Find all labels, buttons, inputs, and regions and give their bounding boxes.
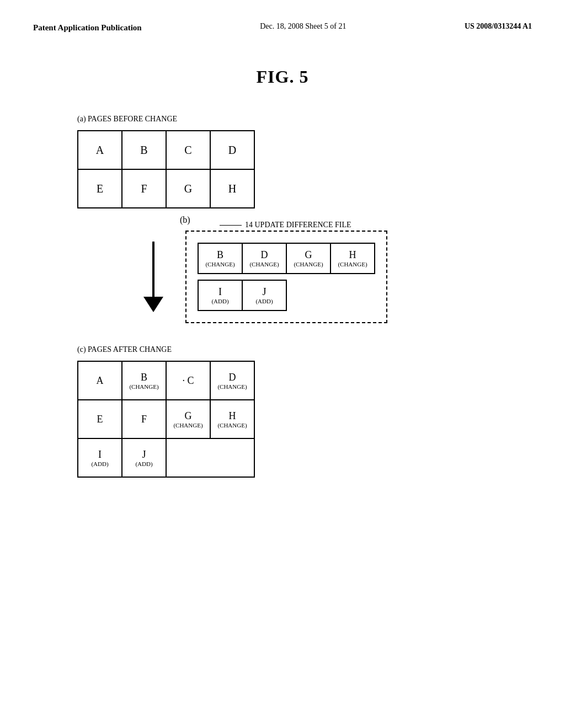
table-cell: I(ADD) — [78, 438, 122, 477]
header-publication-type: Patent Application Publication — [33, 22, 142, 34]
table-cell: F — [122, 400, 166, 438]
table-cell: H(CHANGE) — [210, 400, 254, 438]
label-line — [220, 225, 242, 226]
table-cell: G — [166, 169, 210, 208]
arrow-down — [143, 242, 163, 312]
table-cell: J(ADD) — [242, 280, 286, 311]
table-cell: F — [122, 169, 166, 208]
table-cell: D(CHANGE) — [210, 361, 254, 400]
empty-cell — [166, 438, 210, 477]
table-cell: E — [78, 169, 122, 208]
table-cell: D — [210, 131, 254, 169]
update-file-label: 14 UPDATE DIFFERENCE FILE — [220, 221, 351, 229]
section-a-table: ABCDEFGH — [77, 130, 255, 208]
section-b-content: (b) 14 UPDATE DIFFERENCE FILE B(CHANGE)D… — [185, 231, 387, 323]
header-date-sheet: Dec. 18, 2008 Sheet 5 of 21 — [260, 22, 346, 31]
page-header: Patent Application Publication Dec. 18, … — [33, 22, 532, 34]
section-c-label: (c) PAGES AFTER CHANGE — [77, 345, 532, 354]
section-c-table: AB(CHANGE)· CD(CHANGE)EFG(CHANGE)H(CHANG… — [77, 361, 255, 478]
table-cell: H(CHANGE) — [331, 243, 375, 274]
table-cell: B(CHANGE) — [122, 361, 166, 400]
section-a-label: (a) PAGES BEFORE CHANGE — [77, 115, 532, 124]
figure-title: FIG. 5 — [33, 67, 532, 87]
table-cell: D(CHANGE) — [242, 243, 286, 274]
section-a: (a) PAGES BEFORE CHANGE ABCDEFGH — [77, 115, 532, 208]
table-cell: B(CHANGE) — [198, 243, 242, 274]
section-b-label: (b) — [180, 215, 190, 225]
update-file-text: 14 UPDATE DIFFERENCE FILE — [245, 221, 351, 229]
table-cell: G(CHANGE) — [166, 400, 210, 438]
arrow-line — [152, 242, 154, 297]
table-cell: C — [166, 131, 210, 169]
table-cell: A — [78, 131, 122, 169]
table-cell: G(CHANGE) — [286, 243, 331, 274]
table-cell: H — [210, 169, 254, 208]
section-c: (c) PAGES AFTER CHANGE AB(CHANGE)· CD(CH… — [77, 345, 532, 478]
section-b-top-table: B(CHANGE)D(CHANGE)G(CHANGE)H(CHANGE) — [198, 243, 375, 274]
header-patent-number: US 2008/0313244 A1 — [465, 22, 532, 31]
empty-cell — [210, 438, 254, 477]
table-cell: A — [78, 361, 122, 400]
section-b-wrapper: (b) 14 UPDATE DIFFERENCE FILE B(CHANGE)D… — [143, 231, 532, 323]
table-cell: I(ADD) — [198, 280, 242, 311]
table-cell: B — [122, 131, 166, 169]
table-cell: · C — [166, 361, 210, 400]
table-cell: E — [78, 400, 122, 438]
arrow-head — [143, 297, 163, 312]
update-file-box: 14 UPDATE DIFFERENCE FILE B(CHANGE)D(CHA… — [185, 231, 387, 323]
section-b-bottom-table: I(ADD)J(ADD) — [198, 280, 287, 311]
table-cell: J(ADD) — [122, 438, 166, 477]
